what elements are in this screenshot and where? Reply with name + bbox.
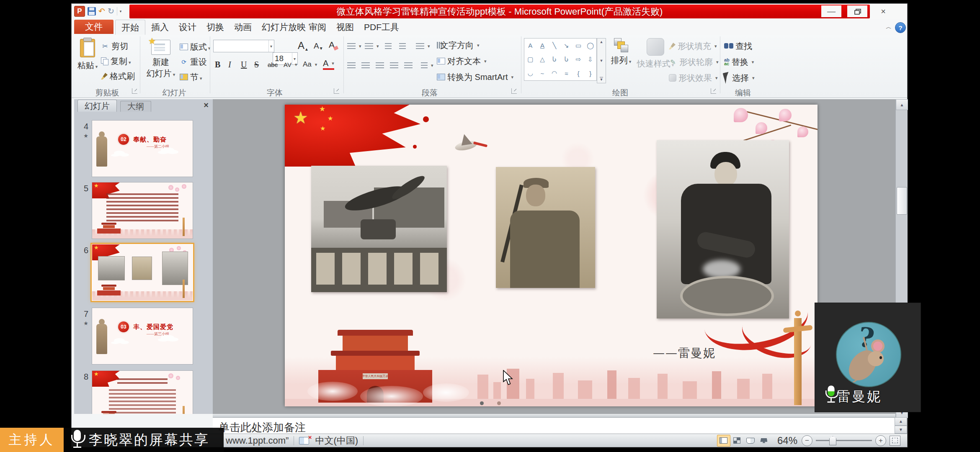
fit-to-window-button[interactable] (890, 436, 900, 446)
section-button[interactable]: 节 (180, 71, 202, 83)
redo-icon[interactable]: ↻ (108, 7, 114, 15)
qat-menu-icon[interactable]: ▾ (120, 9, 122, 13)
panel-close-icon[interactable]: × (204, 100, 209, 110)
copy-button[interactable]: 复制 (101, 55, 131, 67)
text-shadow-button[interactable]: abc (268, 58, 278, 71)
line-spacing-button[interactable] (416, 40, 430, 52)
shape-fill-button[interactable]: 形状填充 (669, 40, 717, 52)
undo-icon[interactable]: ↶ (98, 7, 105, 15)
tab-transitions[interactable]: 切换 (201, 20, 230, 34)
shrink-font-button[interactable]: A▼ (314, 41, 323, 51)
columns-button[interactable] (421, 59, 433, 72)
increase-indent-button[interactable] (399, 40, 406, 52)
minimize-button[interactable]: — (821, 5, 841, 17)
underline-button[interactable]: U (241, 58, 247, 71)
paste-button[interactable]: 粘贴 (76, 39, 99, 71)
align-left-button[interactable] (347, 59, 356, 72)
slideshow-button[interactable] (757, 435, 771, 447)
bullets-button[interactable] (347, 40, 361, 52)
notes-scroll-up-icon[interactable]: ▲ (895, 417, 907, 426)
italic-button[interactable]: I (228, 58, 231, 71)
powerpoint-app-icon[interactable]: P (74, 6, 85, 17)
drawing-dialog-launcher[interactable] (711, 88, 716, 94)
character-spacing-button[interactable]: AV (284, 58, 297, 71)
tab-file[interactable]: 文件 (74, 20, 113, 34)
shape-gallery[interactable]: AA╲↘▭◯ ▢△ႱႱ⇨⇩ ◡~◠≈{} (524, 38, 597, 81)
scroll-up-button[interactable]: ▲ (896, 99, 908, 110)
select-button[interactable]: 选择 (724, 72, 755, 84)
replace-button[interactable]: abac 替换 (724, 56, 754, 68)
reading-view-button[interactable] (744, 435, 757, 447)
section-badge: 02 (118, 134, 129, 145)
tab-view[interactable]: 视图 (330, 20, 360, 34)
tab-pdf-tools[interactable]: PDF工具 (358, 20, 405, 34)
layout-button[interactable]: 版式 (180, 41, 211, 53)
strikethrough-button[interactable]: S (254, 58, 259, 71)
grow-font-button[interactable]: A▲ (298, 40, 309, 51)
tab-home[interactable]: 开始 (115, 20, 145, 35)
align-right-button[interactable] (376, 59, 384, 72)
align-text-button[interactable]: 对齐文本 (437, 55, 487, 67)
normal-view-button[interactable] (717, 435, 730, 447)
zoom-slider-track[interactable] (816, 440, 872, 441)
numbering-button[interactable] (365, 40, 379, 52)
align-center-button[interactable] (361, 59, 370, 72)
pillar-graphic (183, 280, 185, 298)
quick-styles-label: 快速样式 (637, 58, 674, 69)
tab-design[interactable]: 设计 (173, 20, 202, 34)
slide-thumbnail-5[interactable]: ★ (92, 182, 193, 239)
clipboard-dialog-launcher[interactable] (132, 88, 137, 94)
change-case-button[interactable]: Aa (303, 58, 317, 71)
tab-outline-pane[interactable]: 大纲 (120, 101, 151, 112)
slide-sorter-button[interactable] (730, 435, 744, 447)
paragraph-dialog-launcher[interactable] (511, 88, 517, 94)
format-painter-button[interactable]: 格式刷 (101, 70, 135, 82)
tab-slides-pane[interactable]: 幻灯片 (77, 100, 117, 112)
find-button[interactable]: 查找 (724, 40, 752, 52)
font-color-button[interactable]: A (323, 58, 334, 70)
zoom-slider-thumb[interactable] (829, 436, 836, 445)
notes-splitter[interactable] (213, 414, 895, 417)
decrease-indent-button[interactable] (385, 40, 392, 52)
notes-pane[interactable]: 单击此处添加备注 (213, 417, 895, 434)
participant-video-tile[interactable]: ? 雷曼妮 (815, 303, 921, 412)
slide-thumbnail-7[interactable]: 03 丰、爱国爱党 ——第三小组 (92, 308, 193, 365)
mouse-cursor (503, 370, 513, 386)
tab-animations[interactable]: 动画 (228, 20, 258, 34)
help-button[interactable]: ? (895, 22, 906, 33)
clear-formatting-button[interactable]: A (329, 40, 338, 50)
shape-outline-button[interactable]: ✎ 形状轮廓 (669, 56, 719, 68)
slide-thumbnail-8[interactable]: ★ (92, 370, 193, 414)
font-name-combo[interactable]: ▾ (213, 40, 274, 52)
bold-button[interactable]: B (215, 58, 220, 71)
restore-button[interactable] (847, 5, 867, 17)
justify-button[interactable] (390, 59, 398, 72)
text-direction-button[interactable]: 文字方向 (437, 39, 480, 51)
body-text-block (109, 389, 176, 413)
smartart-button[interactable]: 转换为 SmartArt (437, 71, 513, 83)
slide-thumbnail-4[interactable]: 02 奉献、勤奋 ——第二小组 (92, 120, 193, 177)
shape-effects-button[interactable]: 形状效果 (669, 72, 718, 84)
tab-insert[interactable]: 插入 (145, 20, 175, 34)
notes-scroll-down-icon[interactable]: ▼ (895, 426, 907, 434)
distribute-button[interactable] (404, 59, 413, 72)
spellcheck-icon[interactable] (299, 437, 309, 444)
font-dialog-launcher[interactable] (334, 88, 339, 94)
slide-thumbnail-6-selected[interactable]: ★ (92, 244, 193, 301)
arrange-button[interactable]: 排列 (609, 38, 634, 66)
slide-progress-dot (480, 401, 484, 405)
new-slide-button[interactable]: 新建 幻灯片 (144, 40, 178, 79)
shape-gallery-scroll[interactable]: ▲▼▼ (597, 38, 606, 83)
tab-review[interactable]: 审阅 (303, 20, 332, 34)
slide-canvas[interactable]: ★★★★ (285, 105, 818, 406)
reset-button[interactable]: ⟳ 重设 (180, 56, 207, 68)
language-indicator[interactable]: 中文(中国) (315, 434, 358, 447)
save-icon[interactable] (88, 7, 96, 15)
close-button[interactable]: × (873, 5, 893, 17)
notes-scrollbar[interactable]: ▲ ▼ (895, 417, 907, 434)
ribbon-collapse-icon[interactable]: ︿ (883, 23, 894, 31)
zoom-out-button[interactable]: − (802, 435, 812, 446)
zoom-in-button[interactable]: + (875, 435, 886, 446)
scroll-thumb[interactable] (897, 187, 907, 215)
cut-button[interactable]: ✂ 剪切 (101, 40, 128, 52)
